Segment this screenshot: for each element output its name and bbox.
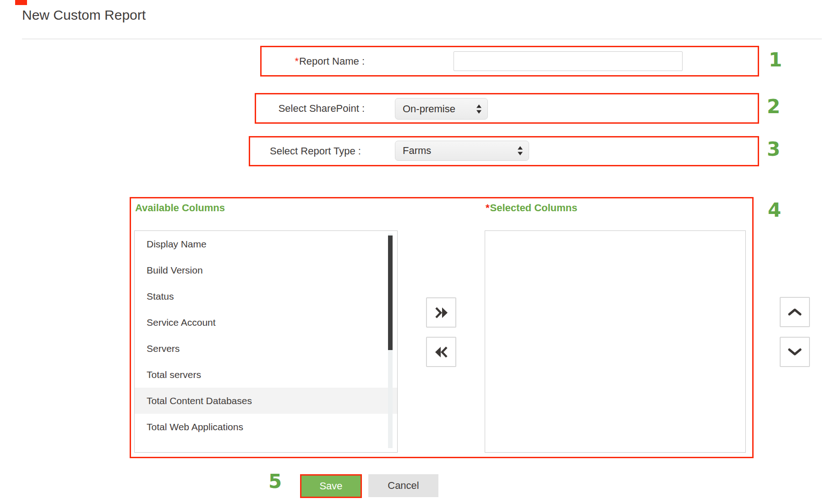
annotation-number-4: 4 — [768, 199, 781, 221]
report-type-label: Select Report Type : — [250, 137, 361, 165]
reorder-up-button[interactable] — [780, 297, 810, 327]
annotation-number-2: 2 — [767, 95, 780, 118]
up-down-arrows-icon — [476, 104, 482, 114]
sharepoint-select[interactable]: On-premise — [395, 98, 488, 120]
list-item[interactable]: Servers — [135, 335, 397, 362]
scrollbar-track[interactable] — [388, 234, 393, 448]
report-name-input[interactable] — [454, 51, 683, 71]
scrollbar-thumb[interactable] — [388, 236, 393, 350]
annotation-box-report-type: Select Report Type : Farms — [249, 136, 759, 166]
available-columns-header: Available Columns — [135, 202, 225, 214]
save-button[interactable]: Save — [300, 474, 362, 498]
chevron-up-icon — [787, 308, 802, 316]
selected-columns-title: Selected Columns — [490, 202, 578, 214]
report-name-label: * Report Name : — [262, 47, 365, 75]
required-asterisk: * — [486, 202, 490, 214]
report-type-label-text: Select Report Type : — [270, 145, 361, 157]
list-item[interactable]: Total servers — [135, 362, 397, 388]
move-right-button[interactable] — [426, 297, 456, 328]
list-item[interactable]: Total Web Applications — [135, 414, 397, 440]
sharepoint-selected-value: On-premise — [403, 103, 455, 115]
reorder-down-button[interactable] — [780, 337, 810, 367]
sharepoint-label: Select SharePoint : — [256, 94, 365, 122]
move-left-button[interactable] — [426, 337, 456, 367]
list-item[interactable]: Display Name — [135, 231, 397, 257]
cancel-button[interactable]: Cancel — [368, 474, 438, 497]
double-chevron-left-icon — [434, 346, 448, 358]
annotation-number-5: 5 — [268, 470, 282, 493]
annotation-number-1: 1 — [769, 49, 782, 71]
list-item[interactable]: Service Account — [135, 309, 397, 335]
report-type-selected-value: Farms — [403, 145, 431, 157]
annotation-fragment — [15, 0, 27, 5]
available-columns-listbox: Display Name Build Version Status Servic… — [134, 230, 398, 453]
required-asterisk: * — [295, 55, 299, 67]
selected-columns-header: *Selected Columns — [486, 202, 577, 214]
up-down-arrows-icon — [517, 146, 523, 156]
chevron-down-icon — [787, 348, 802, 356]
selected-columns-listbox[interactable] — [485, 230, 746, 453]
annotation-box-columns: Available Columns *Selected Columns Disp… — [130, 197, 754, 458]
available-columns-title: Available Columns — [135, 202, 225, 214]
double-chevron-right-icon — [434, 307, 448, 319]
annotation-number-3: 3 — [767, 138, 780, 160]
report-type-select[interactable]: Farms — [395, 141, 529, 161]
list-item[interactable]: Status — [135, 283, 397, 309]
page-title: New Custom Report — [22, 7, 146, 23]
list-item[interactable]: Build Version — [135, 257, 397, 283]
list-item-highlighted[interactable]: Total Content Databases — [135, 388, 397, 414]
sharepoint-label-text: Select SharePoint : — [279, 103, 365, 115]
title-divider — [22, 38, 822, 39]
annotation-box-sharepoint: Select SharePoint : On-premise — [255, 93, 759, 124]
new-custom-report-page: New Custom Report * Report Name : 1 Sele… — [0, 0, 831, 504]
report-name-label-text: Report Name : — [299, 55, 365, 67]
annotation-box-report-name: * Report Name : — [260, 46, 759, 77]
